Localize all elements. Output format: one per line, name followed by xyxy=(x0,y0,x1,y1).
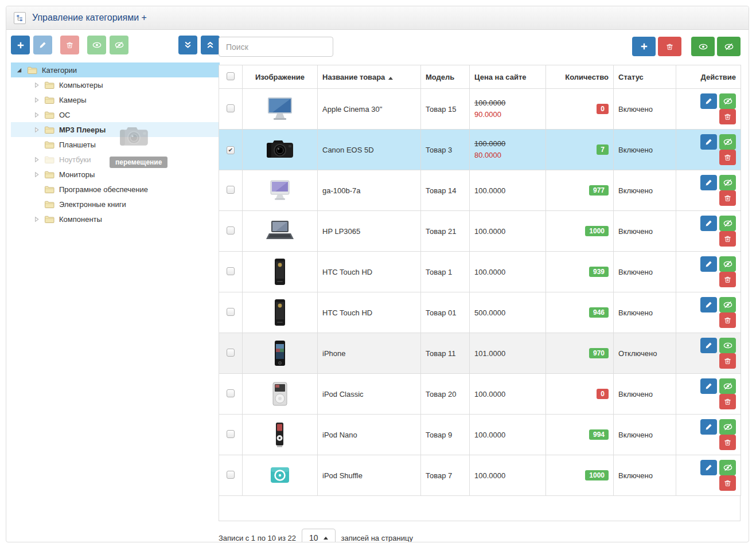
tree-item[interactable]: Компоненты xyxy=(11,212,220,226)
row-checkbox[interactable] xyxy=(227,308,235,316)
collapse-all-button[interactable] xyxy=(201,36,220,54)
row-checkbox[interactable] xyxy=(227,471,235,479)
columns-button[interactable] xyxy=(599,37,622,56)
caret-expanded-icon[interactable] xyxy=(15,67,24,74)
row-edit-button[interactable] xyxy=(700,175,717,190)
delete-product-button[interactable] xyxy=(658,37,681,56)
product-row[interactable]: ga-100b-7aТовар 14100.0000977Включено xyxy=(219,170,741,211)
caret-collapsed-icon[interactable] xyxy=(33,171,41,178)
row-edit-button[interactable] xyxy=(700,134,717,150)
row-toggle-button[interactable] xyxy=(719,93,736,109)
column-header[interactable]: Изображение xyxy=(243,65,318,89)
column-header-label: Цена на сайте xyxy=(474,73,526,81)
add-product-button[interactable] xyxy=(632,37,656,56)
caret-collapsed-icon[interactable] xyxy=(33,126,41,134)
add-category-button[interactable] xyxy=(11,36,30,54)
status-text: Включено xyxy=(618,105,653,114)
product-row[interactable]: Apple Cinema 30"Товар 15100.000090.00000… xyxy=(219,89,741,130)
row-edit-button[interactable] xyxy=(700,338,717,353)
edit-category-button[interactable] xyxy=(33,36,52,54)
row-delete-button[interactable] xyxy=(719,150,736,165)
product-row[interactable]: iPhoneТовар 11101.0000970Отключено xyxy=(219,333,741,374)
product-row[interactable]: iPod NanoТовар 9100.0000994Включено xyxy=(219,415,741,455)
product-row[interactable]: Canon EOS 5DТовар 3100.000080.00007Включ… xyxy=(219,130,741,170)
row-edit-button[interactable] xyxy=(700,256,717,272)
row-delete-button[interactable] xyxy=(719,312,736,328)
row-checkbox[interactable] xyxy=(227,389,235,397)
caret-collapsed-icon[interactable] xyxy=(33,156,41,163)
column-header[interactable]: Действие xyxy=(676,65,741,89)
product-name: HTC Touch HD xyxy=(322,268,372,276)
row-toggle-button[interactable] xyxy=(719,134,736,150)
row-edit-button[interactable] xyxy=(700,297,717,312)
row-checkbox[interactable] xyxy=(227,226,235,235)
caret-collapsed-icon[interactable] xyxy=(33,216,41,223)
row-delete-button[interactable] xyxy=(719,475,736,491)
tree-item[interactable]: Компьютеры xyxy=(11,77,220,92)
row-delete-button[interactable] xyxy=(719,272,736,287)
column-header[interactable]: Модель xyxy=(421,65,470,89)
tree-item[interactable]: Програмное обеспечение xyxy=(11,182,220,197)
product-row[interactable]: iPod ShuffleТовар 7100.00001000Включено xyxy=(219,455,741,496)
column-header[interactable]: Цена на сайте xyxy=(470,65,546,89)
row-toggle-button[interactable] xyxy=(719,256,736,272)
row-delete-button[interactable] xyxy=(719,394,736,409)
per-page-select[interactable]: 10 xyxy=(302,529,336,542)
tree-item[interactable]: Категории xyxy=(11,62,220,77)
row-toggle-button[interactable] xyxy=(719,419,736,435)
row-edit-button[interactable] xyxy=(700,93,717,109)
row-toggle-button[interactable] xyxy=(719,175,736,190)
tree-item[interactable]: Планшеты xyxy=(11,137,220,152)
row-toggle-button[interactable] xyxy=(719,378,736,394)
row-delete-button[interactable] xyxy=(719,109,736,124)
caret-collapsed-icon[interactable] xyxy=(33,81,41,89)
product-image-cell xyxy=(243,415,318,455)
tree-item[interactable]: Камеры xyxy=(11,92,220,107)
drag-tooltip: перемещение xyxy=(110,157,167,168)
delete-category-button[interactable] xyxy=(60,36,79,54)
caret-collapsed-icon[interactable] xyxy=(33,96,41,104)
product-model-cell: Товар 1 xyxy=(421,252,470,292)
disable-product-button[interactable] xyxy=(717,37,741,56)
disable-category-button[interactable] xyxy=(110,36,128,54)
enable-category-button[interactable] xyxy=(87,36,106,54)
enable-product-button[interactable] xyxy=(691,37,715,56)
column-header[interactable]: Название товара xyxy=(318,65,421,89)
row-delete-button[interactable] xyxy=(719,353,736,369)
row-delete-button[interactable] xyxy=(719,190,736,206)
row-toggle-button[interactable] xyxy=(719,297,736,312)
row-toggle-button[interactable] xyxy=(719,460,736,475)
row-checkbox[interactable] xyxy=(227,104,235,112)
row-edit-button[interactable] xyxy=(700,378,717,394)
row-edit-button[interactable] xyxy=(700,216,717,231)
refresh-button[interactable] xyxy=(576,37,599,56)
row-edit-button[interactable] xyxy=(700,419,717,435)
caret-collapsed-icon[interactable] xyxy=(33,111,41,119)
product-name: iPod Nano xyxy=(322,431,357,439)
product-row[interactable]: HTC Touch HDТовар 1100.0000939Включено xyxy=(219,252,741,292)
row-delete-button[interactable] xyxy=(719,231,736,247)
row-delete-button[interactable] xyxy=(719,435,736,450)
folder-icon xyxy=(44,155,54,164)
row-checkbox[interactable] xyxy=(227,146,235,154)
tree-item[interactable]: Мониторы xyxy=(11,167,220,182)
select-all-checkbox[interactable] xyxy=(227,72,235,80)
column-header[interactable]: Статус xyxy=(614,65,676,89)
tree-item[interactable]: МР3 Плееры xyxy=(11,122,220,137)
product-row[interactable]: HTC Touch HDТовар 01500.0000946Включено xyxy=(219,292,741,333)
row-checkbox[interactable] xyxy=(227,430,235,438)
row-toggle-button[interactable] xyxy=(719,338,736,353)
row-checkbox[interactable] xyxy=(227,186,235,194)
column-header[interactable]: Количество xyxy=(546,65,614,89)
row-checkbox[interactable] xyxy=(227,267,235,275)
row-edit-button[interactable] xyxy=(700,460,717,475)
expand-all-button[interactable] xyxy=(178,36,197,54)
tree-item[interactable]: Электронные книги xyxy=(11,197,220,212)
product-row[interactable]: iPod ClassicТовар 20100.00000Включено xyxy=(219,374,741,415)
row-toggle-button[interactable] xyxy=(719,216,736,231)
tree-item[interactable]: ОС xyxy=(11,107,220,122)
row-checkbox[interactable] xyxy=(227,349,235,357)
tree-item-label: Компьютеры xyxy=(59,81,103,89)
product-row[interactable]: HP LP3065Товар 21100.00001000Включено xyxy=(219,211,741,252)
search-input[interactable] xyxy=(219,37,333,57)
